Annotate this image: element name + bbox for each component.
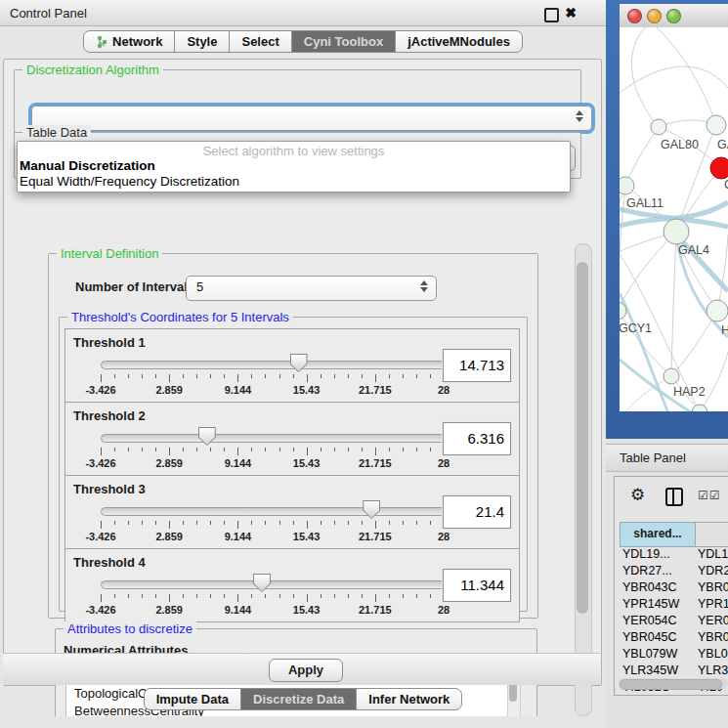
table-horizontal-scrollbar[interactable] bbox=[619, 678, 728, 689]
tab-select[interactable]: Select bbox=[229, 30, 291, 53]
tick-label: -3.426 bbox=[85, 604, 115, 616]
tab-infer-network[interactable]: Infer Network bbox=[356, 688, 462, 710]
network-node-gal4[interactable] bbox=[664, 219, 689, 244]
column-header-shared[interactable]: shared... bbox=[620, 522, 696, 547]
tab-label: Network bbox=[112, 31, 162, 52]
columns-icon[interactable] bbox=[665, 488, 683, 506]
table-row[interactable]: YBR045CYBR0 bbox=[620, 629, 728, 646]
network-node-hap2[interactable] bbox=[664, 368, 679, 384]
tick-mark bbox=[265, 594, 266, 598]
network-edge bbox=[700, 352, 728, 411]
tick-label: -3.426 bbox=[85, 457, 115, 469]
tick-mark bbox=[114, 521, 115, 525]
network-canvas[interactable]: GAL80GACGAL11GAL4GCY1HHAP2 bbox=[620, 27, 728, 411]
tick-mark bbox=[265, 521, 266, 525]
slider-thumb[interactable] bbox=[363, 500, 380, 519]
slider-track[interactable] bbox=[101, 361, 446, 369]
tab-style[interactable]: Style bbox=[174, 30, 230, 53]
tab-discretize-data[interactable]: Discretize Data bbox=[240, 688, 357, 710]
tick-mark bbox=[375, 594, 376, 602]
threshold-value-field[interactable]: 11.344 bbox=[443, 569, 511, 602]
tick-mark bbox=[403, 521, 404, 525]
group-title: Threshold's Coordinates for 5 Intervals bbox=[67, 310, 293, 324]
network-node-gal11[interactable] bbox=[620, 177, 634, 194]
mac-zoom-button[interactable] bbox=[666, 9, 681, 23]
float-window-icon[interactable] bbox=[544, 8, 559, 22]
checkbox-icons[interactable]: ☑☑ bbox=[698, 489, 721, 502]
threshold-value-field[interactable]: 14.713 bbox=[443, 349, 511, 382]
slider-thumb[interactable] bbox=[198, 427, 216, 446]
table-row[interactable]: YBL079WYBL0 bbox=[620, 646, 728, 663]
threshold-slider[interactable]: -3.4262.8599.14415.4321.71528 bbox=[101, 578, 444, 621]
settings-vertical-scrollbar[interactable] bbox=[575, 243, 592, 716]
threshold-slider[interactable]: -3.4262.8599.14415.4321.71528 bbox=[101, 432, 444, 475]
column-header-name[interactable]: na bbox=[695, 522, 728, 547]
slider-thumb[interactable] bbox=[253, 574, 271, 592]
node-label: GCY1 bbox=[620, 321, 652, 335]
tick-mark bbox=[321, 448, 321, 451]
threshold-slider[interactable]: -3.4262.8599.14415.4321.71528 bbox=[101, 359, 444, 402]
cell-name: YLR3 bbox=[698, 663, 728, 679]
table-row[interactable]: YDR27...YDR2 bbox=[620, 563, 728, 579]
number-of-intervals-combobox[interactable]: 5 bbox=[186, 276, 437, 301]
slider-track[interactable] bbox=[101, 434, 446, 443]
threshold-coordinates-group: Threshold's Coordinates for 5 Intervals … bbox=[59, 317, 528, 612]
network-node-h[interactable] bbox=[707, 300, 728, 321]
mac-minimize-button[interactable] bbox=[647, 9, 662, 23]
slider-track[interactable] bbox=[101, 580, 446, 589]
group-title: Attributes to discretize bbox=[64, 621, 196, 636]
scrollbar-thumb[interactable] bbox=[620, 679, 722, 690]
tab-impute-data[interactable]: Impute Data bbox=[144, 688, 241, 710]
tick-label: -3.426 bbox=[85, 384, 115, 396]
node-label: GAL80 bbox=[661, 138, 699, 151]
tab-label: Infer Network bbox=[368, 689, 450, 709]
tab-network[interactable]: Network bbox=[83, 30, 175, 53]
table-row[interactable]: YER054CYER0 bbox=[620, 613, 728, 629]
popup-item-manual-discretization[interactable]: Manual Discretization bbox=[20, 158, 155, 173]
slider-thumb[interactable] bbox=[290, 354, 308, 372]
tick-mark bbox=[334, 521, 335, 525]
tick-label: 28 bbox=[438, 384, 450, 396]
tab-jactivemnodules[interactable]: jActiveMNodules bbox=[395, 30, 523, 53]
network-window-titlebar bbox=[620, 4, 728, 28]
threshold-slider[interactable]: -3.4262.8599.14415.4321.71528 bbox=[101, 505, 444, 548]
cell-shared-name: YBR045C bbox=[622, 629, 677, 646]
tick-mark bbox=[142, 521, 143, 525]
close-icon[interactable]: ✖ bbox=[565, 5, 577, 21]
threshold-label: Threshold 4 bbox=[73, 555, 146, 570]
popup-item-equal-width-frequency[interactable]: Equal Width/Frequency Discretization bbox=[20, 174, 239, 189]
threshold-value-field[interactable]: 6.316 bbox=[443, 422, 511, 455]
tick-mark bbox=[403, 594, 404, 598]
tick-label: 9.144 bbox=[225, 531, 252, 542]
node-label: H bbox=[721, 323, 728, 337]
tick-mark bbox=[196, 594, 197, 598]
panel-title: Control Panel bbox=[10, 6, 87, 21]
tick-mark bbox=[293, 448, 294, 451]
tick-mark bbox=[210, 374, 211, 378]
network-icon bbox=[96, 35, 107, 49]
tick-mark bbox=[101, 374, 102, 382]
network-node-c[interactable] bbox=[710, 157, 728, 179]
apply-bar: Apply bbox=[3, 653, 600, 685]
table-row[interactable]: YDL19...YDL1 bbox=[620, 546, 728, 563]
table-panel-title: Table Panel bbox=[620, 450, 686, 465]
tick-mark bbox=[114, 374, 115, 378]
slider-track[interactable] bbox=[101, 507, 446, 516]
table-row[interactable]: YLR345WYLR3 bbox=[620, 663, 728, 679]
apply-button[interactable]: Apply bbox=[269, 659, 343, 682]
mac-close-button[interactable] bbox=[627, 9, 642, 23]
network-node-ga[interactable] bbox=[707, 115, 726, 135]
algorithm-combobox[interactable] bbox=[31, 106, 592, 131]
tick-mark bbox=[128, 594, 129, 598]
table-row[interactable]: YBR043CYBR0 bbox=[620, 579, 728, 596]
threshold-value-field[interactable]: 21.4 bbox=[443, 495, 511, 529]
network-node-gal80[interactable] bbox=[651, 119, 666, 135]
tick-mark bbox=[293, 374, 294, 378]
tick-mark bbox=[279, 594, 280, 598]
table-row[interactable]: YPR145WYPR1 bbox=[620, 596, 728, 613]
tab-cyni-toolbox[interactable]: Cyni Toolbox bbox=[291, 30, 396, 53]
cell-shared-name: YPR145W bbox=[622, 596, 679, 613]
tick-mark bbox=[321, 521, 321, 525]
scrollbar-thumb[interactable] bbox=[577, 262, 588, 614]
gear-icon[interactable]: ⚙ bbox=[630, 485, 645, 505]
